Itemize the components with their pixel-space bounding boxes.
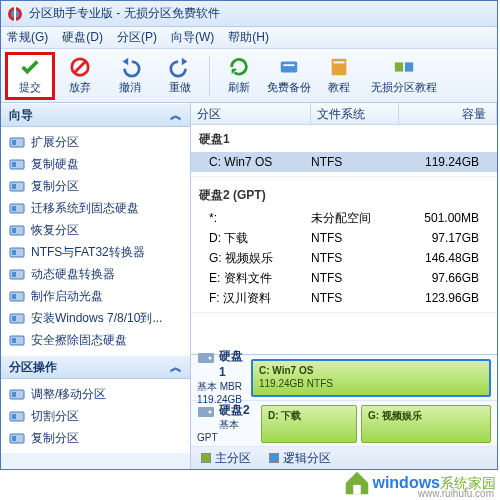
svg-rect-41 <box>354 485 362 494</box>
svg-rect-6 <box>284 64 295 66</box>
partition-row[interactable]: G: 视频娱乐 NTFS 146.48GB <box>191 248 497 268</box>
separator <box>209 56 210 96</box>
col-fs[interactable]: 文件系统 <box>311 103 399 124</box>
svg-rect-28 <box>12 316 16 321</box>
toolbar: 提交 放弃 撤消 重做 刷新 免费备份 教程 无损分区教程 <box>1 49 497 103</box>
wizard-item[interactable]: 迁移系统到固态硬盘 <box>1 197 190 219</box>
ops-item[interactable]: 调整/移动分区 <box>1 383 190 405</box>
undo-label: 撤消 <box>119 80 141 95</box>
partition-row[interactable]: F: 汉川资料 NTFS 123.96GB <box>191 288 497 308</box>
partition-icon <box>393 56 415 78</box>
row-cap: 119.24GB <box>399 155 497 169</box>
wizard-item[interactable]: 动态硬盘转换器 <box>1 263 190 285</box>
house-icon <box>342 468 372 498</box>
chevron-up-icon: ︽ <box>170 107 182 124</box>
legend-primary: 主分区 <box>201 450 251 467</box>
svg-rect-5 <box>281 62 298 73</box>
row-cap: 501.00MB <box>399 211 497 225</box>
wizard-item-label: 复制分区 <box>31 178 79 195</box>
app-window: 分区助手专业版 - 无损分区免费软件 常规(G) 硬盘(D) 分区(P) 向导(… <box>0 0 498 470</box>
row-fs: 未分配空间 <box>311 210 399 227</box>
backup-label: 免费备份 <box>267 80 311 95</box>
ops-panel-header[interactable]: 分区操作 ︽ <box>1 355 190 379</box>
wizard-item[interactable]: 复制分区 <box>1 175 190 197</box>
disk-map-label: 硬盘2基本 GPT <box>191 401 261 447</box>
wizard-item[interactable]: 扩展分区 <box>1 131 190 153</box>
watermark-url: www.ruihufu.com <box>418 488 494 499</box>
col-capacity[interactable]: 容量 <box>399 103 497 124</box>
menu-disk[interactable]: 硬盘(D) <box>62 29 103 46</box>
partition-box[interactable]: C: Win7 OS119.24GB NTFS <box>251 359 491 397</box>
disk-map-bar: C: Win7 OS119.24GB NTFS <box>251 359 497 397</box>
row-cap: 123.96GB <box>399 291 497 305</box>
partition-row[interactable]: E: 资料文件 NTFS 97.66GB <box>191 268 497 288</box>
partition-row[interactable]: C: Win7 OS NTFS 119.24GB <box>191 152 497 172</box>
ops-item-label: 复制分区 <box>31 430 79 447</box>
wizard-item[interactable]: 安装Windows 7/8/10到... <box>1 307 190 329</box>
menu-help[interactable]: 帮助(H) <box>228 29 269 46</box>
tutorial-button[interactable]: 教程 <box>314 52 364 100</box>
commit-label: 提交 <box>19 80 41 95</box>
wizard-item-label: 恢复分区 <box>31 222 79 239</box>
wizard-item-label: 迁移系统到固态硬盘 <box>31 200 139 217</box>
title-bar: 分区助手专业版 - 无损分区免费软件 <box>1 1 497 27</box>
wizard-item[interactable]: 安全擦除固态硬盘 <box>1 329 190 351</box>
ops-item[interactable]: 复制分区 <box>1 427 190 449</box>
lossless-label: 无损分区教程 <box>371 80 437 95</box>
list-header: 分区 文件系统 容量 <box>191 103 497 125</box>
menu-bar: 常规(G) 硬盘(D) 分区(P) 向导(W) 帮助(H) <box>1 27 497 49</box>
wizard-item-label: 安全擦除固态硬盘 <box>31 332 127 349</box>
refresh-button[interactable]: 刷新 <box>214 52 264 100</box>
menu-partition[interactable]: 分区(P) <box>117 29 157 46</box>
svg-rect-36 <box>12 436 16 441</box>
disk-map-row: 硬盘2基本 GPT D: 下载G: 视频娱乐 <box>191 401 497 447</box>
svg-rect-32 <box>12 392 16 397</box>
row-cap: 97.17GB <box>399 231 497 245</box>
row-name: F: 汉川资料 <box>191 290 311 307</box>
window-title: 分区助手专业版 - 无损分区免费软件 <box>29 5 220 22</box>
menu-wizard[interactable]: 向导(W) <box>171 29 214 46</box>
disk-group: 硬盘2 (GPT) <box>191 181 497 208</box>
backup-button[interactable]: 免费备份 <box>264 52 314 100</box>
lossless-button[interactable]: 无损分区教程 <box>364 52 444 100</box>
partition-box[interactable]: D: 下载 <box>261 405 357 443</box>
chevron-up-icon: ︽ <box>170 359 182 376</box>
wizard-item-label: 扩展分区 <box>31 134 79 151</box>
wizard-item-label: 制作启动光盘 <box>31 288 103 305</box>
partition-list: 硬盘1 C: Win7 OS NTFS 119.24GB 硬盘2 (GPT) *… <box>191 125 497 354</box>
wizard-item[interactable]: 恢复分区 <box>1 219 190 241</box>
discard-button[interactable]: 放弃 <box>55 52 105 100</box>
tutorial-label: 教程 <box>328 80 350 95</box>
svg-rect-2 <box>14 7 16 21</box>
refresh-label: 刷新 <box>228 80 250 95</box>
redo-button[interactable]: 重做 <box>155 52 205 100</box>
row-name: G: 视频娱乐 <box>191 250 311 267</box>
svg-rect-12 <box>12 140 16 145</box>
svg-rect-8 <box>334 62 345 64</box>
commit-button[interactable]: 提交 <box>5 52 55 100</box>
partition-row[interactable]: *: 未分配空间 501.00MB <box>191 208 497 228</box>
partition-row[interactable]: D: 下载 NTFS 97.17GB <box>191 228 497 248</box>
wizard-item[interactable]: NTFS与FAT32转换器 <box>1 241 190 263</box>
wizard-item[interactable]: 复制硬盘 <box>1 153 190 175</box>
svg-rect-26 <box>12 294 16 299</box>
cancel-icon <box>69 56 91 78</box>
wizard-item-label: 复制硬盘 <box>31 156 79 173</box>
wizard-title: 向导 <box>9 107 33 124</box>
wizard-item[interactable]: 制作启动光盘 <box>1 285 190 307</box>
menu-general[interactable]: 常规(G) <box>7 29 48 46</box>
wizard-item-label: NTFS与FAT32转换器 <box>31 244 145 261</box>
wizard-panel-header[interactable]: 向导 ︽ <box>1 103 190 127</box>
partition-box[interactable]: G: 视频娱乐 <box>361 405 491 443</box>
book-icon <box>328 56 350 78</box>
col-partition[interactable]: 分区 <box>191 103 311 124</box>
watermark: windows系统家园 www.ruihufu.com <box>342 468 496 498</box>
svg-rect-37 <box>198 353 214 363</box>
row-name: C: Win7 OS <box>191 155 311 169</box>
check-icon <box>19 56 41 78</box>
ops-item[interactable]: 切割分区 <box>1 405 190 427</box>
svg-rect-16 <box>12 184 16 189</box>
undo-button[interactable]: 撤消 <box>105 52 155 100</box>
disk-map-panel: 硬盘1基本 MBR119.24GB C: Win7 OS119.24GB NTF… <box>191 354 497 447</box>
sidebar: 向导 ︽ 扩展分区复制硬盘复制分区迁移系统到固态硬盘恢复分区NTFS与FAT32… <box>1 103 191 469</box>
